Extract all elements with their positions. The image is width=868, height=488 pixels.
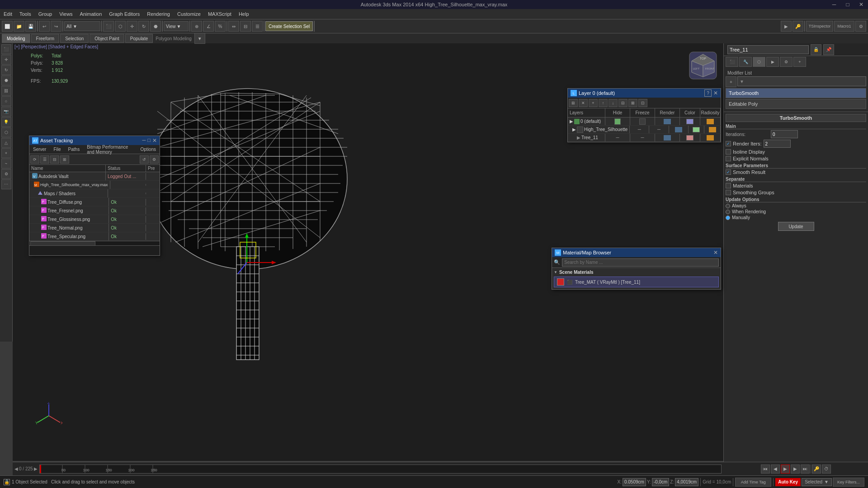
- layer-panel-header[interactable]: L Layer 0 (default) ? ✕: [568, 89, 721, 98]
- at-row-diffuse[interactable]: P Tree_Diffuse.png Ok: [29, 198, 160, 206]
- animation-btn[interactable]: ▶: [781, 21, 792, 32]
- menu-maxscript[interactable]: MAXScript: [204, 9, 235, 19]
- status-selected-dropdown[interactable]: Selected ▼: [802, 478, 832, 486]
- at-btn3[interactable]: ⊟: [50, 155, 59, 164]
- lp-default-radiosity[interactable]: [700, 117, 721, 125]
- layer-help-btn[interactable]: ?: [704, 89, 712, 97]
- asset-tracking-header[interactable]: AT Asset Tracking ─ □ ✕: [29, 136, 160, 145]
- frame-next[interactable]: ▶: [34, 466, 38, 471]
- close-btn[interactable]: ✕: [854, 0, 868, 9]
- lp-default-hide-check[interactable]: [614, 118, 621, 125]
- lp-tree11-hide[interactable]: ─: [605, 134, 630, 141]
- rp-tab-modify[interactable]: 🔧: [739, 57, 752, 67]
- lp-default-freeze-check[interactable]: [639, 118, 646, 125]
- lp-btn5[interactable]: ↓: [609, 99, 618, 107]
- lp-light[interactable]: 💡: [1, 117, 11, 127]
- minimize-btn[interactable]: ─: [827, 0, 841, 9]
- status-z-input[interactable]: 4,0019cm: [675, 478, 698, 486]
- lp-tree-radiosity[interactable]: [704, 126, 721, 133]
- lp-btn7[interactable]: ⊠: [628, 99, 637, 107]
- rp-smooth-result-checkbox[interactable]: [726, 169, 731, 175]
- rp-pin-btn[interactable]: 📌: [823, 44, 834, 55]
- lp-tree-color[interactable]: [689, 126, 705, 133]
- nav-cube[interactable]: TOP LEFT FRONT: [687, 50, 719, 81]
- lp-btn6[interactable]: ⊟: [618, 99, 627, 107]
- mat-browser-close-btn[interactable]: ✕: [713, 249, 718, 256]
- rp-smoothing-groups-checkbox[interactable]: [726, 190, 731, 195]
- at-close-btn[interactable]: ✕: [152, 137, 157, 144]
- menu-rendering[interactable]: Rendering: [143, 9, 174, 19]
- lp-tree11-color-swatch[interactable]: [686, 135, 693, 141]
- menu-animation[interactable]: Animation: [76, 9, 105, 19]
- lp-tree-render[interactable]: [669, 126, 689, 133]
- window-controls[interactable]: ─ □ ✕: [827, 0, 868, 9]
- sub-toolbar-menu[interactable]: ▼: [194, 33, 205, 44]
- at-row-maxfile[interactable]: M High_Tree_Silhouette_max_vray.max: [29, 181, 160, 189]
- layer-dropdown[interactable]: All ▼: [64, 21, 100, 31]
- undo-btn[interactable]: ↩: [39, 21, 50, 32]
- at-menu-server[interactable]: Server: [29, 145, 50, 154]
- key-btn[interactable]: 🔑: [793, 21, 803, 32]
- percent-snap-btn[interactable]: %: [215, 21, 226, 32]
- at-menu-file[interactable]: File: [50, 145, 64, 154]
- angle-snap-btn[interactable]: ∠: [203, 21, 214, 32]
- lp-shapes[interactable]: △: [1, 138, 11, 148]
- at-btn4[interactable]: ⊞: [60, 155, 69, 164]
- save-btn[interactable]: 💾: [25, 21, 36, 32]
- menu-graph-editors[interactable]: Graph Editors: [105, 9, 143, 19]
- mb-search-input[interactable]: [562, 258, 719, 267]
- lp-default-hide[interactable]: [605, 117, 630, 125]
- lp-default-expand[interactable]: ▶: [570, 119, 573, 124]
- rp-materials-checkbox[interactable]: [726, 183, 731, 188]
- menu-group[interactable]: Group: [35, 9, 56, 19]
- lp-tree-color-swatch[interactable]: [693, 127, 700, 132]
- rp-explicit-checkbox[interactable]: [726, 156, 731, 161]
- menu-edit[interactable]: Edit: [0, 9, 16, 19]
- lp-tree11-render[interactable]: [655, 134, 680, 141]
- create-selection-btn[interactable]: Create Selection Sel: [265, 21, 313, 31]
- lp-helpers[interactable]: +: [1, 148, 11, 158]
- at-menu-bitmap[interactable]: Bitmap Performance and Memory: [83, 145, 137, 154]
- at-settings-btn[interactable]: ⚙: [150, 155, 159, 164]
- anim-play-btn[interactable]: ▶: [781, 465, 790, 474]
- open-btn[interactable]: 📁: [14, 21, 24, 32]
- at-menu-options[interactable]: Options: [137, 145, 160, 154]
- lp-system[interactable]: ⚙: [1, 169, 11, 179]
- lp-space-warps[interactable]: ~: [1, 159, 11, 169]
- mirror-btn[interactable]: ⇔: [228, 21, 239, 32]
- rp-modifier-editpoly[interactable]: Editable Poly: [726, 99, 866, 109]
- anim-key-btn[interactable]: 🔑: [812, 465, 821, 474]
- at-refresh-btn[interactable]: ↺: [140, 155, 149, 164]
- anim-prev-btn[interactable]: ◀: [771, 465, 780, 474]
- scale-btn[interactable]: ⬣: [150, 21, 161, 32]
- lp-default-freeze[interactable]: [630, 117, 655, 125]
- menu-views[interactable]: Views: [56, 9, 76, 19]
- lp-delete-layer[interactable]: ✕: [579, 99, 588, 107]
- lp-select[interactable]: ⬛: [1, 44, 11, 54]
- lp-link[interactable]: ⛓: [1, 86, 11, 96]
- tab-populate[interactable]: Populate: [125, 34, 153, 43]
- menu-tools[interactable]: Tools: [16, 9, 35, 19]
- lp-add-layer[interactable]: +: [589, 99, 598, 107]
- status-lock-icon[interactable]: 🔒: [4, 479, 10, 485]
- menu-help[interactable]: Help: [235, 9, 253, 19]
- lp-tree-freeze[interactable]: ─: [649, 126, 669, 133]
- at-menu-paths[interactable]: Paths: [65, 145, 84, 154]
- at-row-glossiness[interactable]: P Tree_Glossiness.png Ok: [29, 215, 160, 224]
- lp-move[interactable]: ✛: [1, 55, 11, 65]
- rp-manually-radio[interactable]: [726, 216, 730, 220]
- mb-mat-tree[interactable]: ⬛ Tree_MAT ( VRayMtl ) [Tree_11]: [554, 277, 719, 287]
- timeline-ruler[interactable]: 50 100 150 200 250: [39, 465, 722, 474]
- lp-tree11-color[interactable]: [680, 134, 700, 141]
- lp-tree-checkbox[interactable]: [577, 127, 583, 133]
- at-row-fresnel[interactable]: P Tree_Fresnel.png Ok: [29, 206, 160, 215]
- lp-default-color[interactable]: [680, 117, 700, 125]
- lp-tree-hide[interactable]: ─: [630, 126, 649, 133]
- lp-btn4[interactable]: ↑: [599, 99, 608, 107]
- at-restore-btn[interactable]: □: [147, 137, 151, 144]
- lp-row-tree11[interactable]: ▶ Tree_11 ─ ─: [568, 134, 721, 142]
- rp-modifier-dropdown[interactable]: ▼: [737, 76, 866, 86]
- tab-modeling[interactable]: Modeling: [2, 34, 30, 43]
- rp-update-btn[interactable]: Update: [778, 222, 814, 231]
- layer-manager-btn[interactable]: ☰: [252, 21, 263, 32]
